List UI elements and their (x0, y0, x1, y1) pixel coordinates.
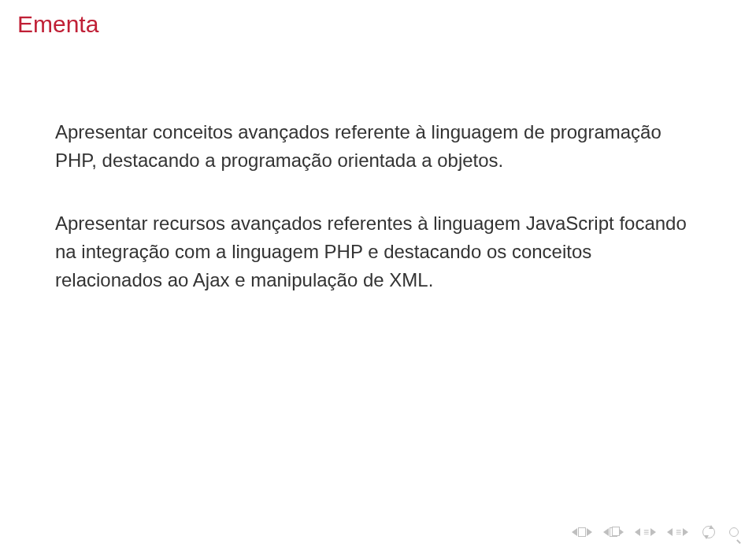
slide-nav-toolbar: ≡ ≡ (572, 526, 739, 538)
bars-icon: ≡ (673, 527, 682, 537)
nav-next-slide[interactable]: ≡ (667, 527, 688, 537)
triangle-left-icon (572, 528, 577, 536)
triangle-right-icon (683, 528, 688, 536)
triangle-left-icon (635, 528, 640, 536)
bars-icon: ≡ (641, 527, 650, 537)
nav-prev-section[interactable] (603, 527, 624, 537)
nav-first-slide[interactable] (572, 527, 592, 537)
slide-title: Ementa (17, 11, 98, 38)
paragraph: Apresentar recursos avançados referentes… (55, 209, 701, 294)
paragraph: Apresentar conceitos avançados referente… (55, 118, 701, 175)
search-icon[interactable] (729, 527, 739, 537)
triangle-right-icon (587, 528, 592, 536)
refresh-icon[interactable] (702, 526, 715, 538)
triangle-right-icon (650, 528, 656, 536)
slide: Ementa Apresentar conceitos avançados re… (0, 0, 756, 551)
pages-icon (610, 527, 617, 537)
page-icon (578, 527, 586, 537)
triangle-left-icon (603, 528, 609, 536)
nav-prev-slide[interactable]: ≡ (635, 527, 656, 537)
slide-body: Apresentar conceitos avançados referente… (55, 118, 701, 329)
triangle-left-icon (667, 528, 673, 536)
